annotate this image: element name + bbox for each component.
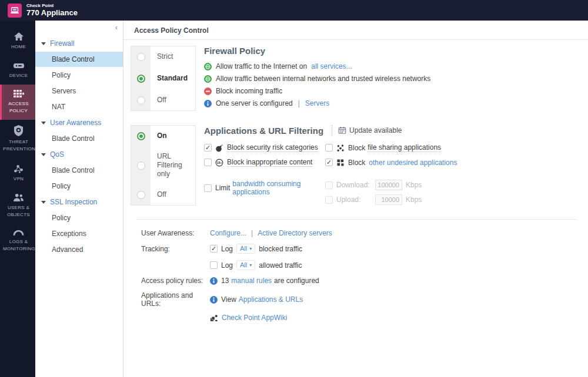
- configure-link[interactable]: Configure...: [210, 229, 246, 237]
- sidebar-item-access-policy[interactable]: ACCESS POLICY: [0, 85, 35, 120]
- user-awareness-row: User Awareness: Configure... | Active Di…: [131, 229, 576, 237]
- sidebar-item-label: LOGS & MONITORING: [3, 238, 34, 252]
- nav-item-firewall-servers[interactable]: Servers: [35, 83, 123, 99]
- bandwidth-fields: Download: Kbps Upload: Kbps: [325, 180, 422, 209]
- file-sharing-checkbox[interactable]: [325, 144, 333, 152]
- upload-checkbox[interactable]: [325, 196, 333, 204]
- manual-rules-link[interactable]: manual rules: [231, 277, 272, 285]
- bullet-allow-internal: Allow traffic between internal networks …: [204, 75, 576, 83]
- sidebar-item-vpn[interactable]: VPN: [0, 159, 35, 188]
- radio-apps-off[interactable]: Off: [131, 184, 195, 205]
- nav-item-user-awareness-blade-control[interactable]: Blade Control: [35, 131, 123, 146]
- radio-strict-circle[interactable]: [137, 53, 145, 61]
- nav-section-qos[interactable]: QoS: [35, 147, 123, 162]
- collapse-sidebar-icon[interactable]: ‹: [115, 23, 118, 32]
- other-undesired-apps-link[interactable]: other undesired applications: [369, 159, 457, 167]
- inappropriate-checkbox[interactable]: [204, 159, 212, 166]
- nav-section-label: SSL Inspection: [50, 198, 97, 206]
- user-awareness-label: User Awareness:: [141, 229, 210, 237]
- separator: |: [298, 99, 300, 107]
- undesired-apps-checkbox[interactable]: [325, 159, 333, 166]
- rules-label: Access policy rules:: [141, 277, 210, 285]
- sidebar-item-users-objects[interactable]: USERS & OBJECTS: [0, 188, 35, 224]
- blocked-traffic-text: blocked traffic: [259, 245, 302, 253]
- appwiki-row: Check Point AppWiki: [131, 314, 576, 322]
- bomb-icon: [215, 144, 223, 152]
- cb-label: Block inappropriate content: [227, 158, 312, 167]
- bandwidth-apps-link[interactable]: bandwidth consuming applications: [232, 180, 325, 196]
- security-risk-checkbox[interactable]: [204, 144, 212, 152]
- cb-file-sharing: Block file sharing applications: [325, 143, 576, 152]
- all-services-link[interactable]: all services...: [311, 62, 352, 70]
- blocked-traffic-dropdown[interactable]: All ▾: [236, 244, 255, 254]
- update-available-button[interactable]: Update available: [338, 126, 402, 134]
- cb-label: Block security risk categories: [227, 143, 318, 152]
- sidebar-item-label: ACCESS POLICY: [3, 100, 34, 114]
- radio-url-filtering-only[interactable]: URL Filtering only: [131, 146, 195, 184]
- nav-item-qos-policy[interactable]: Policy: [35, 179, 123, 194]
- firewall-policy-section: Strict Standard Off Firewall Policy: [131, 46, 576, 112]
- sidebar-item-home[interactable]: HOME: [0, 26, 35, 56]
- log-blocked-checkbox[interactable]: [210, 245, 218, 253]
- nav-section-ssl-inspection[interactable]: SSL Inspection: [35, 194, 123, 210]
- allow-globe-icon: [204, 63, 212, 70]
- apps-blocks-icon: [336, 159, 345, 167]
- nav-section-firewall[interactable]: Firewall: [35, 36, 123, 51]
- update-calendar-icon: [338, 126, 346, 134]
- radio-off-circle[interactable]: [137, 96, 145, 105]
- sidebar-item-label: USERS & OBJECTS: [3, 204, 34, 218]
- nav-item-firewall-blade-control[interactable]: Blade Control: [35, 52, 123, 67]
- nav-item-ssl-advanced[interactable]: Advanced: [35, 242, 123, 257]
- upload-input[interactable]: [375, 194, 402, 205]
- servers-link[interactable]: Servers: [305, 99, 329, 107]
- nav-item-ssl-exceptions[interactable]: Exceptions: [35, 226, 123, 241]
- nav-item-qos-blade-control[interactable]: Blade Control: [35, 163, 123, 178]
- radio-standard[interactable]: Standard: [131, 67, 195, 90]
- allowed-traffic-dropdown[interactable]: All ▾: [236, 260, 255, 270]
- allow-globe-icon: [204, 75, 212, 83]
- radio-strict[interactable]: Strict: [131, 46, 195, 67]
- radio-url-only-circle[interactable]: [137, 161, 145, 170]
- download-checkbox[interactable]: [325, 181, 333, 189]
- radio-off[interactable]: Off: [131, 90, 195, 110]
- radio-label: Off: [151, 90, 170, 110]
- nav-section-label: QoS: [50, 150, 64, 159]
- sidebar-item-device[interactable]: DEVICE: [0, 56, 35, 85]
- chevron-down-icon: ▾: [249, 246, 252, 251]
- nav-item-firewall-policy[interactable]: Policy: [35, 68, 123, 83]
- radio-apps-off-circle[interactable]: [137, 191, 145, 199]
- sidebar-item-logs-monitoring[interactable]: LOGS & MONITORING: [0, 224, 35, 258]
- chevron-down-icon: [41, 201, 46, 204]
- nav-item-ssl-policy[interactable]: Policy: [35, 210, 123, 225]
- radio-label: Standard: [151, 67, 191, 90]
- bullet-server-configured: One server is configured | Servers: [204, 99, 576, 107]
- bullet-block-incoming: Block incoming traffic: [204, 87, 576, 95]
- nav-item-firewall-nat[interactable]: NAT: [35, 99, 123, 115]
- active-directory-servers-link[interactable]: Active Directory servers: [258, 229, 332, 237]
- apps-mode-radio-group: On URL Filtering only Off: [131, 125, 196, 206]
- applications-urls-row: Applications and URLs: View Applications…: [131, 291, 576, 308]
- sidebar-item-threat-prevention[interactable]: THREAT PREVENTION: [0, 120, 35, 158]
- radio-standard-circle[interactable]: [137, 75, 145, 83]
- sidebar-item-label: HOME: [3, 43, 34, 51]
- dropdown-value: All: [240, 245, 247, 252]
- users-icon: [13, 193, 24, 202]
- radio-on-circle[interactable]: [137, 132, 145, 140]
- download-input[interactable]: [375, 180, 402, 190]
- nav-section-user-awareness[interactable]: User Awareness: [35, 115, 123, 130]
- separator: |: [251, 229, 253, 237]
- section-divider: [136, 219, 576, 220]
- radio-on[interactable]: On: [131, 126, 195, 146]
- tracking-blocked-row: Tracking: Log All ▾ blocked traffic: [131, 244, 576, 254]
- radio-label: Off: [151, 184, 170, 205]
- nav-section-label: User Awareness: [50, 119, 101, 127]
- chevron-down-icon: [41, 122, 46, 124]
- download-row: Download: Kbps: [325, 180, 422, 190]
- log-allowed-checkbox[interactable]: [210, 261, 218, 269]
- download-label: Download:: [336, 181, 372, 189]
- limit-bandwidth-checkbox[interactable]: [204, 184, 212, 192]
- applications-urls-link[interactable]: Applications & URLs: [239, 295, 303, 304]
- info-icon: [210, 277, 218, 285]
- tracking-allowed-row: Log All ▾ allowed traffic: [131, 260, 576, 270]
- appwiki-link[interactable]: Check Point AppWiki: [222, 314, 287, 322]
